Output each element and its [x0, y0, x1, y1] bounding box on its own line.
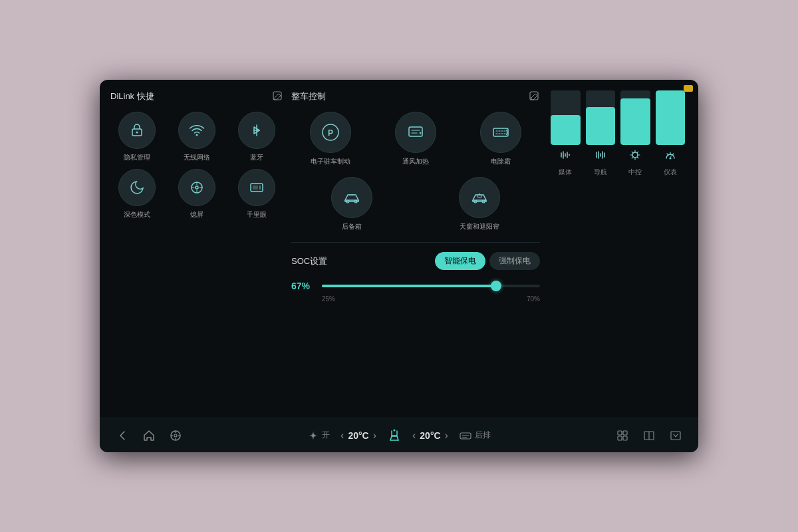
soc-value: 67% [291, 281, 315, 291]
svg-point-25 [174, 434, 177, 437]
soc-fill [322, 285, 496, 287]
dark-mode-label: 深色模式 [124, 210, 150, 219]
parking-label: 电子驻车制动 [311, 157, 350, 166]
svg-rect-39 [671, 432, 680, 440]
btn-screen-off[interactable]: 熄屏 [170, 169, 223, 219]
ventilation-icon [395, 112, 436, 153]
media-icon [559, 149, 571, 164]
defroster-icon [480, 112, 521, 153]
bar-nav[interactable]: 导航 [586, 90, 616, 177]
home-btn[interactable] [142, 429, 156, 442]
svg-point-21 [632, 152, 638, 158]
wifi-label: 无线网络 [184, 153, 210, 162]
seat-btn[interactable] [387, 428, 402, 443]
rear-heat-btn[interactable]: 后排 [459, 429, 491, 442]
soc-buttons: 智能保电 强制保电 [435, 252, 540, 270]
wifi-icon [178, 112, 215, 149]
fan-btn[interactable]: 开 [307, 430, 330, 442]
dilink-edit-icon[interactable] [273, 91, 283, 102]
soc-max: 70% [527, 295, 540, 303]
back-btn[interactable] [116, 429, 129, 442]
nav-center: 开 ‹ 20°C › ‹ 20°C › [307, 428, 491, 443]
bar-center-track [620, 90, 650, 145]
nav-right [616, 429, 682, 442]
bar-instrument-label: 仪表 [664, 168, 677, 177]
btn-bluetooth[interactable]: 蓝牙 [230, 112, 283, 162]
svg-point-5 [196, 186, 198, 189]
btn-trunk[interactable]: 后备箱 [291, 177, 412, 231]
soc-smart-btn[interactable]: 智能保电 [435, 252, 485, 270]
ventilation-label: 通风加热 [402, 157, 429, 166]
parking-icon: P [310, 112, 351, 153]
dilink-grid: 隐私管理 无线网络 [110, 112, 283, 219]
screen-off-label: 熄屏 [190, 210, 203, 219]
bar-center-fill [620, 98, 650, 145]
vehicle-panel: 整车控制 P 电子驻车制动 [291, 90, 540, 407]
temp-right-increase[interactable]: › [445, 430, 448, 442]
btn-dark-mode[interactable]: 深色模式 [110, 169, 164, 219]
soc-range: 25% 70% [291, 295, 540, 303]
temp-left-control: ‹ 20°C › [340, 430, 376, 442]
dilink-title: DiLink 快捷 [110, 90, 154, 102]
soc-title: SOC设置 [291, 255, 327, 267]
btn-sunroof[interactable]: 天窗和遮阳帘 [419, 177, 540, 231]
bottom-nav: 开 ‹ 20°C › ‹ 20°C › [100, 418, 698, 452]
temp-right-control: ‹ 20°C › [412, 430, 448, 442]
grid-btn[interactable] [616, 429, 629, 442]
sunroof-icon [459, 177, 500, 218]
btn-ventilation[interactable]: 通风加热 [376, 112, 455, 166]
temp-right-decrease[interactable]: ‹ [412, 430, 416, 442]
vehicle-edit-icon[interactable] [529, 91, 540, 102]
bars-container: 媒体 导航 [548, 90, 688, 177]
bluetooth-icon [238, 112, 275, 149]
split-btn[interactable] [642, 429, 656, 442]
svg-rect-35 [618, 436, 622, 440]
vehicle-title: 整车控制 [291, 90, 326, 102]
soc-section: SOC设置 智能保电 强制保电 67% [291, 242, 540, 303]
bar-media-track [551, 90, 581, 145]
fan-label: 开 [322, 430, 330, 441]
nav-icon [595, 149, 606, 164]
bar-nav-track [586, 90, 616, 145]
temp-left-increase[interactable]: › [373, 430, 376, 442]
trunk-icon [331, 177, 372, 218]
vehicle-grid-row1: P 电子驻车制动 通风加热 [291, 112, 540, 166]
bar-media-fill [551, 115, 581, 145]
btn-privacy[interactable]: 隐私管理 [110, 112, 164, 162]
bar-media[interactable]: 媒体 [551, 90, 581, 177]
bar-instrument[interactable]: 仪表 [656, 90, 686, 177]
bar-center[interactable]: 中控 [620, 90, 650, 177]
svg-rect-36 [623, 436, 627, 440]
soc-force-btn[interactable]: 强制保电 [489, 252, 540, 270]
bar-nav-label: 导航 [594, 168, 607, 177]
soc-slider-row: 67% [291, 279, 540, 293]
svg-rect-14 [409, 127, 422, 136]
bluetooth-label: 蓝牙 [250, 153, 263, 162]
svg-point-22 [669, 158, 671, 160]
btn-defroster[interactable]: 电除霜 [462, 112, 540, 166]
main-content: DiLink 快捷 隐私管理 [100, 80, 698, 418]
vehicle-header: 整车控制 [291, 90, 540, 102]
rear-heat-label: 后排 [475, 430, 491, 441]
soc-thumb[interactable] [491, 281, 501, 291]
privacy-icon [118, 112, 156, 149]
thousand-miles-label: 千里眼 [247, 210, 267, 219]
btn-thousand-miles[interactable]: 千里眼 [230, 169, 283, 219]
exit-btn[interactable] [669, 429, 682, 442]
soc-slider[interactable] [322, 279, 540, 293]
bar-instrument-track [656, 90, 686, 145]
trunk-label: 后备箱 [342, 222, 362, 231]
soc-min: 25% [322, 295, 335, 303]
btn-parking[interactable]: P 电子驻车制动 [291, 112, 370, 166]
vehicle-grid-row2: 后备箱 天窗和遮阳帘 [291, 177, 540, 231]
center-icon [629, 149, 641, 164]
btn-wifi[interactable]: 无线网络 [170, 112, 223, 162]
location-btn[interactable] [169, 429, 182, 442]
svg-line-23 [670, 156, 672, 158]
svg-point-3 [196, 134, 198, 136]
temp-left-decrease[interactable]: ‹ [340, 430, 344, 442]
bar-nav-fill [586, 107, 616, 145]
svg-point-2 [136, 132, 138, 134]
soc-header: SOC设置 智能保电 强制保电 [291, 252, 540, 270]
svg-rect-7 [253, 186, 258, 190]
